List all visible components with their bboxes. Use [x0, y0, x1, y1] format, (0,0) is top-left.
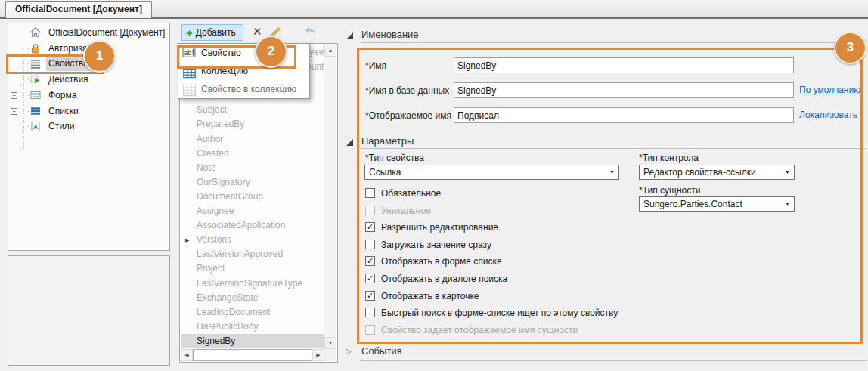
lists-icon [29, 105, 42, 117]
tree-item-lists[interactable]: +Списки [8, 104, 169, 119]
property-type-label: *Тип свойства [365, 153, 424, 163]
entity-type-label: *Тип сущности [639, 185, 700, 196]
list-item-assignee[interactable]: Assignee [181, 204, 324, 218]
menu-item-label: Свойство в коллекцию [201, 84, 296, 94]
checked-checkbox-icon[interactable]: ✓ [365, 274, 375, 283]
checked-checkbox-icon[interactable]: ✓ [365, 222, 375, 232]
list-item-label: AssociatedApplication [197, 220, 285, 230]
form-icon [29, 89, 42, 101]
menu-item-label: Свойство [201, 48, 241, 58]
menu-item-collection-property[interactable]: Свойство в коллекцию [178, 80, 309, 98]
lock-icon [29, 42, 42, 54]
expand-plus-icon[interactable]: + [11, 92, 17, 99]
name-input[interactable] [454, 57, 794, 73]
list-item-project[interactable]: Project [181, 261, 324, 276]
combo-arrow-icon: ▼ [609, 165, 615, 179]
display-name-label: *Отображаемое имя [365, 110, 451, 121]
designer-window: OfficialDocument [Документ] OfficialDocu… [0, 0, 868, 371]
scrollbar-corner [324, 349, 336, 361]
localize-link[interactable]: Локализовать [799, 110, 857, 120]
list-item-exchangestate[interactable]: ExchangeState [181, 291, 324, 305]
list-item-label: Versions [197, 234, 231, 245]
tab-officialdocument[interactable]: OfficialDocument [Документ] [5, 1, 152, 18]
parameters-expander-icon[interactable] [346, 139, 353, 146]
unchecked-checkbox-icon[interactable] [365, 325, 375, 335]
collection-property-icon [182, 83, 197, 95]
add-button[interactable]: + Добавить [181, 24, 243, 41]
section-divider [361, 148, 866, 149]
entity-type-select[interactable]: Sungero.Parties.Contact ▼ [639, 196, 795, 212]
list-item-label: Created [197, 148, 229, 159]
tree-item-label[interactable]: Авторизация [46, 41, 105, 56]
scroll-up-icon[interactable]: ▲ [324, 45, 336, 57]
tree-item-label[interactable]: Стили [46, 119, 77, 134]
list-item-subject[interactable]: Subject [181, 103, 324, 117]
list-item-associatedapplication[interactable]: AssociatedApplication [181, 218, 324, 233]
scrollbar-thumb[interactable] [193, 349, 312, 361]
plus-icon: + [186, 27, 193, 39]
undo-icon[interactable] [303, 26, 318, 38]
checkbox-label: Обязательное [381, 188, 441, 199]
display-name-input[interactable] [454, 107, 794, 123]
versions-arrow-icon[interactable]: ▶ [185, 233, 189, 247]
menu-item-textbox[interactable]: abСвойство [178, 44, 309, 62]
tree-item-lock[interactable]: Авторизация [8, 41, 169, 56]
pencil-icon[interactable] [270, 26, 285, 38]
checkbox-label: Отображать в форме списке [381, 256, 502, 267]
list-item-note[interactable]: Note [181, 161, 324, 175]
list-item-versions[interactable]: ▶Versions [181, 233, 324, 247]
checkbox-label: Уникальное [381, 206, 431, 216]
list-item-label: DocumentGroup [197, 191, 263, 202]
list-item-signedby[interactable]: SignedBy [181, 334, 324, 348]
combo-arrow-icon: ▼ [785, 197, 790, 211]
db-name-label: *Имя в базе данных [365, 85, 449, 96]
control-type-label: *Тип контрола [639, 153, 699, 163]
unchecked-checkbox-icon[interactable] [365, 308, 375, 317]
horizontal-scrollbar[interactable]: ◀ ▶ [181, 349, 324, 361]
db-name-input[interactable] [454, 82, 794, 98]
list-item-haspublicbody[interactable]: HasPublicBody [181, 320, 324, 334]
checkbox-label: Быстрый поиск в форме-списке ищет по это… [381, 308, 618, 318]
list-item-label: PreparedBy [197, 119, 244, 129]
unchecked-checkbox-icon[interactable] [365, 188, 375, 198]
section-divider [361, 42, 866, 43]
tree-item-label[interactable]: Форма [46, 88, 79, 103]
tree-item-form[interactable]: +Форма [8, 88, 169, 103]
list-item-label: ExchangeState [197, 292, 258, 303]
list-item-author[interactable]: Author [181, 132, 324, 147]
property-type-select[interactable]: Ссылка ▼ [364, 165, 619, 180]
checked-checkbox-icon[interactable]: ✓ [365, 256, 375, 266]
tree-item-label[interactable]: Списки [46, 104, 81, 119]
list-item-created[interactable]: Created [181, 147, 324, 161]
naming-expander-icon[interactable] [346, 32, 353, 39]
unchecked-checkbox-icon[interactable] [365, 206, 375, 215]
unchecked-checkbox-icon[interactable] [365, 240, 375, 249]
tree-item-styles[interactable]: AСтили [8, 119, 169, 134]
menu-item-label: Коллекцию [201, 66, 248, 76]
list-item-preparedby[interactable]: PreparedBy [181, 117, 324, 131]
scroll-left-icon[interactable]: ◀ [181, 349, 193, 361]
scroll-down-icon[interactable]: ▼ [324, 337, 336, 349]
vertical-scrollbar[interactable]: ▲ ▼ [324, 45, 336, 349]
tree-item-label[interactable]: OfficialDocument [Документ] [46, 25, 167, 40]
tree-item-actions[interactable]: Действия [8, 72, 169, 87]
list-item-leadingdocument[interactable]: LeadingDocument [181, 305, 324, 320]
default-link[interactable]: По умолчанию [799, 85, 860, 95]
checked-checkbox-icon[interactable]: ✓ [365, 291, 375, 301]
list-item-lastversionsignaturetype[interactable]: LastVersionSignatureType [181, 277, 324, 291]
tree-item-home[interactable]: OfficialDocument [Документ] [8, 25, 169, 40]
list-item-documentgroup[interactable]: DocumentGroup [181, 190, 324, 204]
delete-icon[interactable]: ✕ [253, 24, 262, 39]
list-item-label: OurSignatory [197, 177, 250, 187]
list-item-lastversionapproved[interactable]: LastVersionApproved [181, 247, 324, 261]
control-type-select[interactable]: Редактор свойства-ссылки ▼ [639, 165, 795, 180]
events-expander-icon[interactable]: ▷ [346, 347, 352, 356]
list-toolbar: + Добавить ✕ [179, 23, 339, 43]
menu-item-collection[interactable]: Коллекцию [178, 62, 309, 80]
tree-item-properties[interactable]: Свойства [8, 56, 169, 71]
expand-plus-icon[interactable]: + [11, 108, 17, 115]
list-item-oursignatory[interactable]: OurSignatory [181, 175, 324, 190]
tree-item-label[interactable]: Действия [46, 72, 91, 87]
tree-item-label[interactable]: Свойства [46, 56, 91, 71]
scroll-right-icon[interactable]: ▶ [312, 349, 324, 361]
